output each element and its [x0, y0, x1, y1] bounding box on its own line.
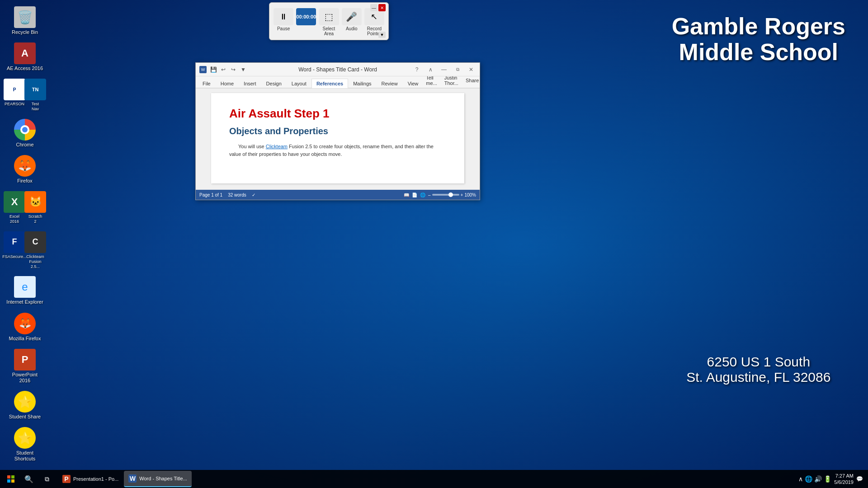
ppt-label: PowerPoint 2016 [6, 372, 43, 384]
pause-icon: ⏸ [274, 8, 293, 25]
restore-window-button[interactable]: ⧉ [451, 65, 464, 75]
ribbon-tab-bar: File Home Insert Design Layout Reference… [196, 76, 480, 88]
tray-arrow-icon[interactable]: ∧ [798, 475, 803, 483]
pearson-icon: P [4, 79, 25, 100]
clickteam-label: Clickteam Fusion 2.5... [26, 254, 44, 269]
audio-button[interactable]: 🎤 Audio [341, 8, 362, 36]
student-shortcuts-icon: ⭐ [14, 427, 36, 449]
network-icon[interactable]: 🌐 [805, 475, 812, 483]
taskbar-right: ∧ 🌐 🔊 🔋 7:27 AM 5/6/2019 💬 [795, 473, 866, 486]
testnav-label: Test Nav [28, 102, 43, 112]
zoom-thumb [448, 192, 453, 197]
desktop-icon-access[interactable]: A AE Access 2016 [5, 41, 45, 73]
titlebar-left: W 💾 ↩ ↪ ▼ [199, 66, 247, 74]
select-area-icon: ⬚ [319, 8, 339, 25]
desktop-icon-scratch[interactable]: 🐱 Scratch 2 [26, 189, 45, 226]
taskbar-item-word[interactable]: W Word - Shapes Title... [124, 471, 192, 487]
volume-icon[interactable]: 🔊 [814, 475, 822, 483]
tab-view[interactable]: View [403, 79, 424, 88]
desktop-icon-chrome[interactable]: Chrome [5, 117, 45, 150]
svg-rect-0 [7, 475, 10, 479]
word-ribbon: File Home Insert Design Layout Reference… [196, 76, 480, 89]
word-taskbar-label: Word - Shapes Title... [139, 476, 187, 481]
clickteam-link[interactable]: Clickteam [266, 144, 288, 149]
share-button[interactable]: Share [463, 77, 481, 84]
tab-file[interactable]: File [198, 79, 216, 88]
tab-mailings[interactable]: Mailings [348, 79, 376, 88]
tab-insert[interactable]: Insert [239, 79, 261, 88]
customize-quick-button[interactable]: ▼ [239, 66, 247, 74]
audio-icon: 🎤 [342, 8, 362, 25]
desktop-icon-mozilla[interactable]: 🦊 Mozilla Firefox [5, 311, 45, 343]
tab-review[interactable]: Review [377, 79, 403, 88]
desktop-icon-ppt[interactable]: P PowerPoint 2016 [5, 347, 45, 385]
zoom-out-button[interactable]: – [428, 192, 431, 197]
redo-quick-button[interactable]: ↪ [229, 66, 237, 74]
word-title-text: Word - Shapes Title Card - Word [298, 66, 377, 73]
student-share-label: Student Share [9, 414, 41, 420]
desktop-icon-testnav[interactable]: TN Test Nav [26, 77, 45, 113]
student-shortcuts-label: Student Shortcuts [6, 450, 43, 462]
desktop: Gamble Rogers Middle School 6250 US 1 So… [0, 0, 868, 488]
start-button[interactable] [2, 470, 20, 488]
tab-design[interactable]: Design [261, 79, 287, 88]
tab-layout[interactable]: Layout [287, 79, 311, 88]
desktop-icon-recycle-bin[interactable]: 🗑️ Recycle Bin [5, 5, 45, 37]
word-page: Air Assault Step 1 Objects and Propertie… [211, 93, 464, 183]
tab-references[interactable]: References [311, 79, 348, 88]
school-name-line2: Middle School [672, 39, 845, 65]
taskbar-item-presentation[interactable]: P Presentation1 - Po... [58, 471, 123, 487]
battery-icon[interactable]: 🔋 [824, 475, 831, 483]
select-area-button[interactable]: ⬚ Select Area [318, 8, 339, 36]
read-mode-icon[interactable]: 📖 [404, 192, 409, 197]
pause-button[interactable]: ⏸ Pause [273, 8, 294, 36]
pause-label: Pause [277, 26, 290, 31]
word-app-icon: W [199, 66, 207, 73]
document-body: You will use Clickteam Fusion 2.5 to cre… [229, 143, 446, 158]
word-titlebar: W 💾 ↩ ↪ ▼ Word - Shapes Title Card - Wor… [196, 63, 480, 76]
access-icon: A [14, 42, 36, 64]
audio-label: Audio [346, 26, 358, 31]
tab-home[interactable]: Home [216, 79, 239, 88]
zoom-in-button[interactable]: + [461, 192, 463, 197]
save-quick-button[interactable]: 💾 [209, 66, 217, 74]
search-help-button[interactable]: ? [410, 65, 424, 75]
ppt-taskbar-icon: P [62, 475, 71, 483]
pearson-label: PEARSON [5, 102, 24, 107]
desktop-icon-ie[interactable]: e Internet Explorer [5, 274, 45, 307]
desktop-icon-clickteam[interactable]: C Clickteam Fusion 2.5... [26, 230, 45, 271]
toolbar-minimize-button[interactable]: — [370, 4, 377, 11]
recycle-bin-icon: 🗑️ [14, 6, 36, 28]
close-window-button[interactable]: ✕ [464, 65, 478, 75]
notification-button[interactable]: 💬 [856, 476, 863, 482]
desktop-icons-container: 🗑️ Recycle Bin A AE Access 2016 P PEARSO… [0, 0, 50, 488]
task-view-button[interactable]: ⧉ [38, 470, 56, 488]
undo-quick-button[interactable]: ↩ [219, 66, 227, 74]
desktop-icon-excel[interactable]: X Excel 2016 [5, 189, 24, 226]
recording-toolbar: ✕ — ⏸ Pause 00:00:00 ⬚ Select Area 🎤 Aud… [269, 2, 389, 40]
testnav-icon: TN [24, 79, 46, 100]
desktop-icon-student-shortcuts[interactable]: ⭐ Student Shortcuts [5, 425, 45, 464]
minimize-window-button[interactable]: — [437, 65, 451, 75]
desktop-icon-firefox[interactable]: 🦊 Firefox [5, 153, 45, 186]
student-share-icon: ⭐ [14, 391, 36, 413]
desktop-icon-fsa[interactable]: F FSASecure... [5, 230, 24, 271]
firefox-icon: 🦊 [14, 155, 36, 177]
word-content-area: Air Assault Step 1 Objects and Propertie… [196, 89, 480, 190]
zoom-slider[interactable] [432, 194, 459, 196]
ppt-icon: P [14, 349, 36, 371]
toolbar-close-button[interactable]: ✕ [378, 4, 386, 11]
page-indicator: Page 1 of 1 [199, 192, 222, 197]
svg-rect-2 [7, 479, 10, 483]
search-button[interactable]: 🔍 [20, 470, 38, 488]
excel-label: Excel 2016 [7, 214, 22, 224]
fsa-icon: F [4, 231, 25, 253]
web-layout-icon[interactable]: 🌐 [420, 192, 425, 197]
recycle-bin-label: Recycle Bin [12, 29, 38, 35]
ribbon-collapse-button[interactable]: ∧ [424, 65, 437, 75]
print-layout-icon[interactable]: 📄 [412, 192, 417, 197]
desktop-icon-student-share[interactable]: ⭐ Student Share [5, 389, 45, 422]
toolbar-extra-button[interactable]: ▼ [378, 32, 386, 38]
clock[interactable]: 7:27 AM 5/6/2019 [834, 473, 854, 486]
desktop-icon-pearson[interactable]: P PEARSON [5, 77, 24, 113]
